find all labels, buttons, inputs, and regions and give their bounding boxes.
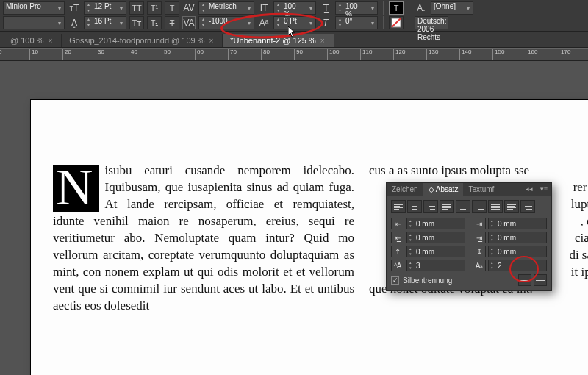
- ruler-tick: 170: [559, 49, 570, 61]
- vscale-icon: IT: [257, 1, 270, 15]
- ruler-tick: 130: [426, 49, 438, 61]
- character-control-bar: Minion Pro▾ тT ▴▾12 Pt▾ TT T¹ T AV ▴▾Met…: [0, 0, 588, 32]
- superscript-button[interactable]: T¹: [147, 1, 162, 15]
- indent-left-icon: ⇤: [391, 218, 404, 229]
- space-after-field[interactable]: ▴▾0 mm: [488, 246, 547, 257]
- vscale-combo[interactable]: ▴▾100 %▾: [273, 1, 316, 15]
- underline-button[interactable]: T: [165, 1, 179, 15]
- indent-left-field[interactable]: ▴▾0 mm: [406, 218, 465, 229]
- hscale-combo[interactable]: ▴▾100 %▾: [335, 1, 378, 15]
- font-style-combo[interactable]: ▾: [3, 16, 65, 29]
- hscale-icon: T̲: [319, 1, 332, 15]
- ruler-tick: 40: [129, 49, 137, 61]
- dropcap-lines-icon: ᴬA: [391, 260, 404, 271]
- align-towards-spine-button[interactable]: [504, 200, 519, 213]
- shading-button[interactable]: [534, 274, 547, 286]
- ruler-tick: 110: [360, 49, 372, 61]
- close-icon[interactable]: ×: [320, 37, 325, 45]
- baseline-icon: Aª: [257, 16, 270, 29]
- dropcap-chars-icon: Aₐ: [473, 260, 486, 271]
- align-right-button[interactable]: [423, 200, 438, 213]
- language-combo[interactable]: Deutsch: 2006 Rechts: [415, 16, 448, 29]
- nofill-swatch[interactable]: [389, 16, 404, 29]
- dropcap-chars-field[interactable]: ▴▾2: [488, 260, 547, 271]
- justify-right-button[interactable]: [472, 200, 487, 213]
- hyphenation-checkbox[interactable]: ✓: [391, 276, 399, 285]
- font-size-combo[interactable]: ▴▾12 Pt▾: [84, 1, 126, 15]
- leading-combo[interactable]: ▴▾16 Pt▾: [84, 16, 126, 29]
- font-size-icon: тT: [68, 1, 81, 15]
- space-before-field[interactable]: ▴▾0 mm: [406, 246, 465, 257]
- panel-collapse-icon[interactable]: ◂◂: [522, 183, 537, 196]
- fill-swatch[interactable]: T: [389, 1, 404, 15]
- close-icon[interactable]: ×: [48, 37, 52, 45]
- kerning-combo[interactable]: ▴▾Metrisch▾: [198, 1, 254, 15]
- ruler-tick: 90: [294, 49, 303, 61]
- panel-tab-zeichen[interactable]: Zeichen: [387, 183, 423, 196]
- close-icon[interactable]: ×: [209, 37, 214, 45]
- align-center-button[interactable]: [407, 200, 422, 213]
- font-family-combo[interactable]: Minion Pro▾: [3, 1, 65, 15]
- doc-tab-2[interactable]: *Unbenannt-2 @ 125 %×: [223, 34, 334, 47]
- first-line-indent-field[interactable]: ▴▾0 mm: [406, 232, 465, 243]
- space-after-icon: ↧: [473, 246, 486, 257]
- ruler-tick: 140: [459, 49, 471, 61]
- align-away-spine-button[interactable]: [520, 200, 535, 213]
- ruler-tick: 70: [228, 49, 237, 61]
- kerning-icon: AV: [182, 1, 196, 15]
- indent-right-field[interactable]: ▴▾0 mm: [488, 218, 547, 229]
- ruler-tick: 30: [96, 49, 104, 61]
- panel-tab-textumf[interactable]: Textumf: [463, 183, 499, 196]
- ruler-tick: 10: [29, 49, 38, 61]
- tracking-icon: VA: [182, 16, 196, 29]
- hyphenation-label: Silbentrennung: [403, 276, 452, 285]
- document-tab-bar: @ 100 %× Gossip_2014-foodporn.indd @ 109…: [0, 32, 588, 48]
- justify-left-button[interactable]: [440, 200, 454, 213]
- justify-center-button[interactable]: [456, 200, 470, 213]
- paragraph-panel[interactable]: Zeichen ◇ Absatz Textumf ◂◂ ▾≡ ⇤▴▾0 mm ⇥…: [386, 182, 552, 291]
- strikethrough-button[interactable]: T: [165, 16, 179, 29]
- subscript-button[interactable]: T₁: [147, 16, 162, 29]
- justify-full-button[interactable]: [488, 200, 503, 213]
- skew-combo[interactable]: ▴▾0°▾: [335, 16, 378, 29]
- ruler-tick: 60: [195, 49, 204, 61]
- horizontal-ruler[interactable]: 0102030405060708090100110120130140150160…: [0, 48, 588, 61]
- ruler-tick: 150: [492, 49, 504, 61]
- alignment-button-row: [391, 200, 547, 213]
- smallcaps-button[interactable]: Tᴛ: [129, 16, 144, 29]
- ruler-tick: 0: [0, 49, 1, 61]
- doc-tab-0[interactable]: @ 100 %×: [3, 34, 62, 47]
- skew-icon: T: [319, 16, 332, 29]
- ruler-tick: 100: [327, 49, 339, 61]
- last-line-indent-icon: ⇥̲: [473, 232, 486, 243]
- ruler-tick: 120: [393, 49, 405, 61]
- ruler-tick: 160: [526, 49, 537, 61]
- last-line-indent-field[interactable]: ▴▾0 mm: [488, 232, 547, 243]
- baseline-shift-combo[interactable]: ▴▾0 Pt▾: [273, 16, 316, 29]
- indent-right-icon: ⇥: [473, 218, 486, 229]
- char-style-combo[interactable]: [Ohne]▾: [431, 1, 473, 15]
- dropcap-lines-field[interactable]: ▴▾3: [406, 260, 465, 271]
- ruler-tick: 80: [261, 49, 270, 61]
- allcaps-button[interactable]: TT: [129, 1, 144, 15]
- space-before-icon: ↥: [391, 246, 404, 257]
- align-left-button[interactable]: [391, 200, 406, 213]
- first-line-indent-icon: ⇤̲: [391, 232, 404, 243]
- panel-tab-absatz[interactable]: ◇ Absatz: [423, 183, 464, 196]
- ruler-tick: 20: [62, 49, 71, 61]
- tracking-combo[interactable]: ▴▾-1000▾: [198, 16, 254, 29]
- char-style-icon: A.: [415, 1, 428, 15]
- ruler-tick: 50: [162, 49, 171, 61]
- no-shading-button[interactable]: [518, 274, 531, 286]
- doc-tab-1[interactable]: Gossip_2014-foodporn.indd @ 109 %×: [62, 34, 223, 47]
- text-column-left[interactable]: Nisubu eaturi cusande nemporem idelecabo…: [53, 162, 354, 314]
- panel-menu-icon[interactable]: ▾≡: [537, 183, 551, 196]
- leading-icon: A͇: [68, 16, 81, 29]
- drop-cap: N: [53, 165, 99, 212]
